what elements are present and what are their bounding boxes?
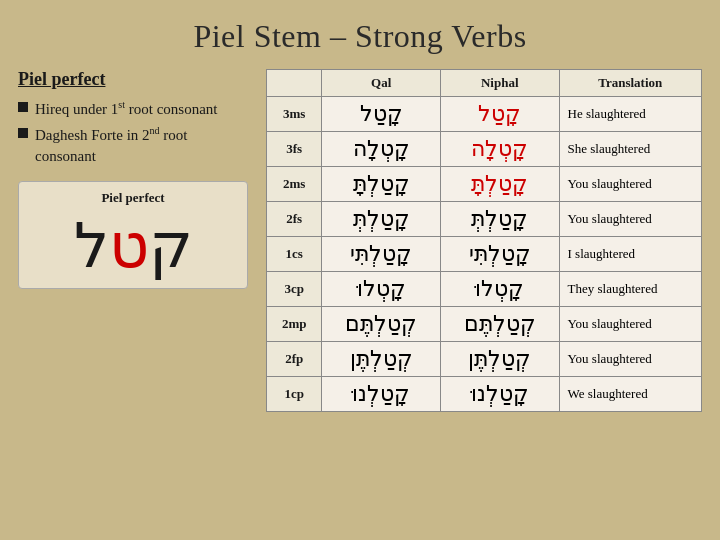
- row-label: 3ms: [267, 97, 322, 132]
- conjugation-table: Qal Niphal Translation 3msקָטַלקָטַלHe s…: [266, 69, 702, 412]
- translation-cell: We slaughtered: [559, 377, 701, 412]
- niphal-cell: קָטַלְתְּ: [440, 202, 559, 237]
- left-panel: Piel perfect Hireq under 1st root conson…: [18, 69, 248, 289]
- col-header-qal: Qal: [322, 70, 441, 97]
- translation-cell: I slaughtered: [559, 237, 701, 272]
- piel-perfect-box-label: Piel perfect: [31, 190, 235, 206]
- niphal-cell: קְטַלְתֶּם: [440, 307, 559, 342]
- table-row: 2msקָטַלְתָּקָטַלְתָּYou slaughtered: [267, 167, 702, 202]
- col-header-translation: Translation: [559, 70, 701, 97]
- bullet-icon-2: [18, 128, 28, 138]
- table-row: 2mpקְטַלְתֶּםקְטַלְתֶּםYou slaughtered: [267, 307, 702, 342]
- qal-cell: קָטַלְנוּ: [322, 377, 441, 412]
- table-row: 2fpקְטַלְתֶּןקְטַלְתֶּןYou slaughtered: [267, 342, 702, 377]
- row-label: 1cp: [267, 377, 322, 412]
- translation-cell: You slaughtered: [559, 167, 701, 202]
- translation-cell: You slaughtered: [559, 202, 701, 237]
- bullet-list: Hireq under 1st root consonant Daghesh F…: [18, 98, 248, 167]
- col-header-empty: [267, 70, 322, 97]
- bullet-item-1: Hireq under 1st root consonant: [18, 98, 248, 120]
- niphal-cell: קָטַל: [440, 97, 559, 132]
- table-row: 2fsקָטַלְתְּקָטַלְתְּYou slaughtered: [267, 202, 702, 237]
- row-label: 2fp: [267, 342, 322, 377]
- qal-cell: קְטַלְתֶּן: [322, 342, 441, 377]
- col-header-niphal: Niphal: [440, 70, 559, 97]
- bullet-icon-1: [18, 102, 28, 112]
- qal-cell: קָטַלְתִּי: [322, 237, 441, 272]
- row-label: 1cs: [267, 237, 322, 272]
- right-panel: Qal Niphal Translation 3msקָטַלקָטַלHe s…: [266, 69, 702, 412]
- niphal-cell: קָטַלְתִּי: [440, 237, 559, 272]
- table-row: 3cpקָטְלוּקָטְלוּThey slaughtered: [267, 272, 702, 307]
- table-row: 1csקָטַלְתִּיקָטַלְתִּיI slaughtered: [267, 237, 702, 272]
- qal-cell: קָטַל: [322, 97, 441, 132]
- row-label: 2mp: [267, 307, 322, 342]
- qal-cell: קָטְלָה: [322, 132, 441, 167]
- niphal-cell: קָטְלוּ: [440, 272, 559, 307]
- table-row: 3fsקָטְלָהקָטְלָהShe slaughtered: [267, 132, 702, 167]
- page-title: Piel Stem – Strong Verbs: [0, 0, 720, 69]
- table-row: 1cpקָטַלְנוּקָטַלְנוּWe slaughtered: [267, 377, 702, 412]
- niphal-cell: קָטַלְתָּ: [440, 167, 559, 202]
- niphal-cell: קָטַלְנוּ: [440, 377, 559, 412]
- piel-perfect-heading: Piel perfect: [18, 69, 248, 90]
- table-row: 3msקָטַלקָטַלHe slaughtered: [267, 97, 702, 132]
- translation-cell: You slaughtered: [559, 342, 701, 377]
- qal-cell: קְטַלְתֶּם: [322, 307, 441, 342]
- qal-cell: קָטְלוּ: [322, 272, 441, 307]
- translation-cell: You slaughtered: [559, 307, 701, 342]
- hebrew-big-word: קטל: [31, 212, 235, 280]
- row-label: 3cp: [267, 272, 322, 307]
- qal-cell: קָטַלְתָּ: [322, 167, 441, 202]
- qal-cell: קָטַלְתְּ: [322, 202, 441, 237]
- translation-cell: She slaughtered: [559, 132, 701, 167]
- red-letter: ט: [109, 212, 149, 280]
- bullet-text-2: Daghesh Forte in 2nd root consonant: [35, 124, 248, 167]
- table-header-row: Qal Niphal Translation: [267, 70, 702, 97]
- niphal-cell: קָטְלָה: [440, 132, 559, 167]
- translation-cell: He slaughtered: [559, 97, 701, 132]
- bullet-item-2: Daghesh Forte in 2nd root consonant: [18, 124, 248, 167]
- row-label: 2ms: [267, 167, 322, 202]
- row-label: 3fs: [267, 132, 322, 167]
- row-label: 2fs: [267, 202, 322, 237]
- translation-cell: They slaughtered: [559, 272, 701, 307]
- niphal-cell: קְטַלְתֶּן: [440, 342, 559, 377]
- bullet-text-1: Hireq under 1st root consonant: [35, 98, 217, 120]
- piel-perfect-box: Piel perfect קטל: [18, 181, 248, 289]
